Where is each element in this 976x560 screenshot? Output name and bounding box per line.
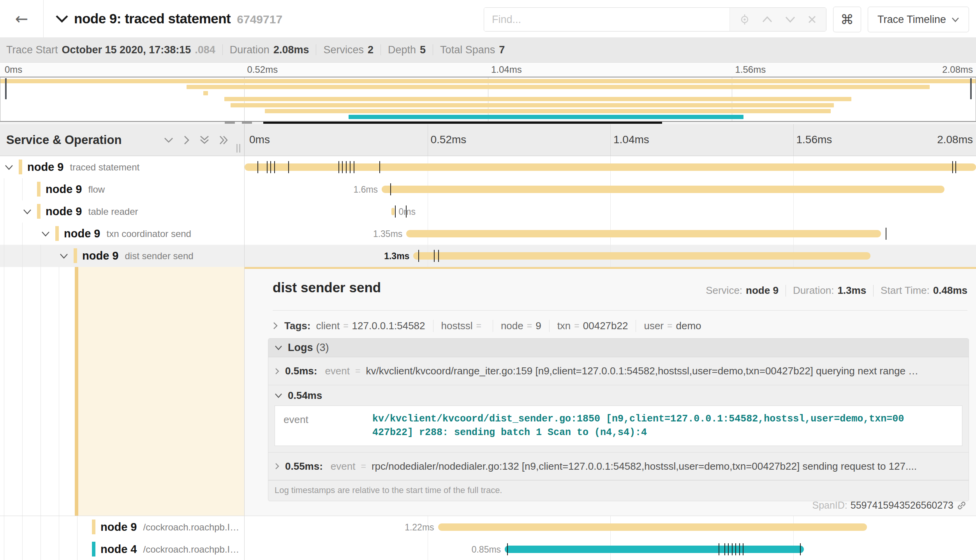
row-collapse-chevron-icon[interactable] bbox=[41, 231, 50, 237]
trace-id: 6749717 bbox=[237, 13, 282, 26]
next-match-icon[interactable] bbox=[784, 16, 796, 23]
summary-item: Total Spans7 bbox=[440, 44, 505, 56]
span-timeline-cell[interactable]: 1.6ms bbox=[245, 178, 976, 200]
view-selector-button[interactable]: Trace Timeline bbox=[868, 7, 969, 32]
span-duration-label: 1.35ms bbox=[373, 228, 402, 239]
span-name-cell[interactable]: node 9/cockroach.roachpb.I… bbox=[0, 516, 245, 538]
span-timeline-cell[interactable]: 0ms bbox=[245, 200, 976, 223]
minimap-tick-label: 0ms bbox=[5, 64, 22, 75]
log-event-tick bbox=[886, 228, 886, 240]
span-duration-bar[interactable] bbox=[391, 208, 394, 215]
span-detail-meta: Service:node 9Duration:1.3msStart Time:0… bbox=[706, 284, 967, 297]
service-color-bar bbox=[37, 204, 41, 219]
span-name-cell[interactable]: node 4/cockroach.roachpb.I… bbox=[0, 538, 245, 560]
log-event-tick bbox=[438, 250, 439, 262]
log-event-tick bbox=[338, 161, 339, 173]
log-timestamp: 0.55ms: bbox=[285, 460, 323, 472]
span-name-cell[interactable]: node 9flow bbox=[0, 178, 245, 200]
log-entry-1[interactable]: 0.5ms: event = kv/kvclient/kvcoord/range… bbox=[268, 357, 969, 385]
operation-name: table reader bbox=[88, 206, 138, 217]
span-duration-bar[interactable] bbox=[438, 523, 867, 531]
summary-divider bbox=[433, 44, 433, 55]
log-entry-3[interactable]: 0.55ms: event = rpc/nodedialer/nodediale… bbox=[268, 452, 969, 480]
span-duration-label: 1.3ms bbox=[384, 251, 409, 261]
logs-header[interactable]: Logs (3) bbox=[268, 339, 969, 357]
minimap-span-bar bbox=[231, 103, 834, 107]
keyboard-shortcuts-button[interactable]: ⌘ bbox=[833, 7, 861, 32]
log-field-key: event bbox=[275, 406, 372, 446]
log-event-tick bbox=[379, 161, 380, 173]
service-name: node 9 bbox=[46, 205, 82, 218]
axis-gridline bbox=[610, 124, 611, 156]
span-row[interactable]: node 9table reader0ms bbox=[0, 200, 976, 223]
span-row[interactable]: node 9traced statement bbox=[0, 156, 976, 178]
collapse-trace-chevron-icon[interactable] bbox=[55, 14, 69, 23]
timeline-gridline bbox=[793, 200, 794, 223]
log-event-tick bbox=[743, 543, 743, 555]
service-name: node 4 bbox=[100, 543, 137, 556]
log-event-tick bbox=[274, 161, 275, 173]
find-input[interactable] bbox=[484, 8, 729, 31]
span-timeline-cell[interactable]: 1.35ms bbox=[245, 223, 976, 245]
row-collapse-chevron-icon[interactable] bbox=[5, 165, 13, 170]
span-timeline-cell[interactable]: 1.22ms bbox=[245, 516, 976, 538]
span-timeline-cell[interactable]: 1.3ms bbox=[245, 245, 976, 267]
column-resize-grip[interactable] bbox=[236, 144, 240, 153]
span-row[interactable]: node 9dist sender send1.3ms bbox=[0, 245, 976, 267]
tree-guide-line bbox=[41, 245, 41, 267]
span-duration-bar[interactable] bbox=[413, 252, 870, 260]
service-color-bar bbox=[74, 248, 77, 263]
row-collapse-chevron-icon[interactable] bbox=[23, 209, 32, 214]
span-row[interactable]: node 4/cockroach.roachpb.I…0.85ms bbox=[0, 538, 976, 560]
span-row[interactable]: node 9/cockroach.roachpb.I…1.22ms bbox=[0, 516, 976, 538]
span-row[interactable]: node 9flow1.6ms bbox=[0, 178, 976, 200]
minimap-tick-label: 1.04ms bbox=[491, 64, 522, 75]
span-name-cell[interactable]: node 9txn coordinator send bbox=[0, 223, 245, 245]
minimap-left-scrubber[interactable] bbox=[5, 78, 7, 99]
copy-link-icon[interactable] bbox=[957, 500, 967, 511]
scroll-handle[interactable] bbox=[225, 122, 235, 124]
timeline-gridline bbox=[428, 538, 428, 560]
row-collapse-chevron-icon[interactable] bbox=[60, 253, 68, 259]
span-row[interactable]: node 9txn coordinator send1.35ms bbox=[0, 223, 976, 245]
span-name-cell[interactable]: node 9table reader bbox=[0, 200, 245, 223]
span-name-cell[interactable]: node 9traced statement bbox=[0, 156, 245, 178]
log-event-tick bbox=[735, 543, 736, 555]
timeline-scrollbar[interactable] bbox=[263, 122, 662, 124]
expand-one-icon[interactable] bbox=[183, 135, 190, 145]
operation-name: traced statement bbox=[70, 162, 139, 173]
collapse-one-icon[interactable] bbox=[164, 137, 174, 144]
tags-row[interactable]: Tags: client=127.0.0.1:54582hostssl=node… bbox=[273, 318, 709, 334]
minimap-canvas[interactable] bbox=[0, 77, 976, 122]
trace-title-group: node 9: traced statement 6749717 bbox=[55, 11, 282, 26]
span-name-cell[interactable]: node 9dist sender send bbox=[0, 245, 245, 267]
tree-guide-line bbox=[41, 538, 41, 560]
minimap-right-scrubber[interactable] bbox=[970, 78, 972, 99]
service-name: node 9 bbox=[46, 183, 82, 196]
log-entry-2-header[interactable]: 0.54ms bbox=[268, 385, 969, 406]
span-duration-bar[interactable] bbox=[406, 230, 881, 237]
log-event-tick bbox=[434, 250, 435, 262]
top-bar: ← node 9: traced statement 6749717 bbox=[0, 0, 976, 37]
span-duration-bar[interactable] bbox=[382, 186, 944, 193]
span-detail-panel: dist sender send Service:node 9Duration:… bbox=[245, 267, 976, 516]
back-button[interactable]: ← bbox=[0, 0, 44, 37]
clear-find-icon[interactable] bbox=[807, 15, 817, 24]
meta-divider bbox=[786, 285, 786, 297]
focus-match-icon[interactable] bbox=[739, 14, 750, 25]
service-name: node 9 bbox=[82, 249, 118, 262]
log-event-tick bbox=[800, 543, 801, 555]
prev-match-icon[interactable] bbox=[761, 16, 773, 23]
scroll-handle[interactable] bbox=[242, 122, 252, 124]
header-controls: ⌘ Trace Timeline bbox=[484, 7, 969, 32]
span-duration-bar[interactable] bbox=[505, 546, 803, 553]
span-timeline-cell[interactable] bbox=[245, 156, 976, 178]
tree-guide-line bbox=[4, 245, 4, 267]
chevron-right-icon bbox=[275, 462, 280, 470]
expand-all-icon[interactable] bbox=[219, 135, 229, 145]
summary-divider bbox=[222, 44, 223, 55]
minimap-tick-label: 0.52ms bbox=[247, 64, 278, 75]
span-timeline-cell[interactable]: 0.85ms bbox=[245, 538, 976, 560]
collapse-all-icon[interactable] bbox=[199, 135, 210, 145]
tag-item: txn=00427b22 bbox=[550, 320, 636, 332]
